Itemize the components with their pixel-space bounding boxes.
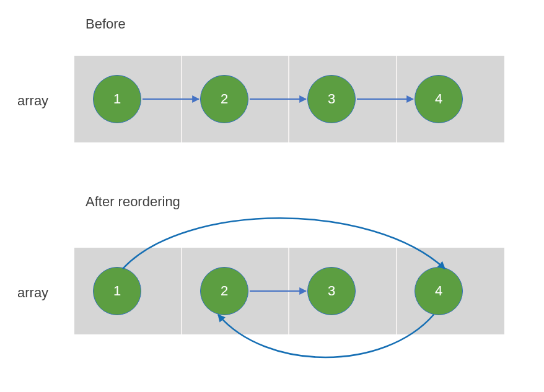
after-array-label: array: [17, 285, 48, 301]
node-after-2: 2: [200, 267, 248, 315]
node-label: 2: [221, 91, 228, 107]
node-label: 3: [328, 91, 335, 107]
node-label: 4: [435, 91, 442, 107]
before-title: Before: [86, 16, 126, 32]
node-label: 2: [221, 283, 228, 299]
node-label: 3: [328, 283, 335, 299]
diagram-stage: Before array 1 2 3 4 After reordering ar…: [0, 0, 544, 392]
node-before-1: 1: [93, 75, 141, 123]
node-before-3: 3: [307, 75, 356, 123]
node-after-4: 4: [415, 267, 463, 315]
node-after-1: 1: [93, 267, 141, 315]
node-before-4: 4: [415, 75, 463, 123]
node-label: 4: [435, 283, 442, 299]
node-label: 1: [113, 283, 121, 299]
node-after-3: 3: [307, 267, 356, 315]
before-array-label: array: [17, 93, 48, 109]
after-title: After reordering: [86, 194, 180, 210]
node-before-2: 2: [200, 75, 248, 123]
node-label: 1: [113, 91, 121, 107]
